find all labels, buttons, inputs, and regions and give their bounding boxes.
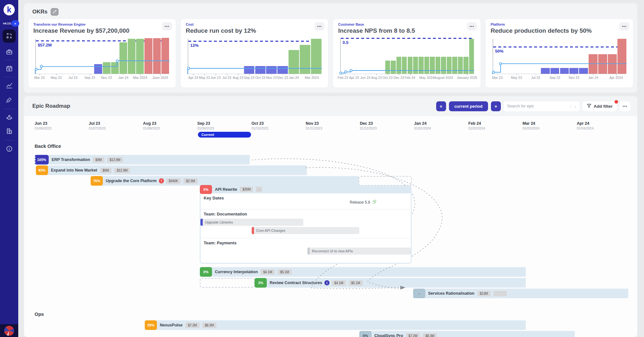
sidebar-item-info[interactable] bbox=[0, 144, 18, 155]
sidebar-item-planning[interactable] bbox=[0, 63, 18, 74]
sidebar-divider bbox=[4, 60, 15, 60]
sidebar-divider bbox=[4, 77, 15, 77]
info-icon bbox=[6, 145, 13, 153]
panel-section-key-dates: Key Dates bbox=[204, 196, 224, 200]
plug-icon bbox=[6, 96, 13, 104]
budget-tag: - bbox=[256, 187, 262, 192]
sidebar-item-organization[interactable] bbox=[0, 126, 18, 137]
story-bar-core-api-changes[interactable]: Core API Changes bbox=[252, 227, 359, 234]
epic-name: API Rewrite bbox=[215, 187, 237, 192]
panel-section-team-documentation: Team: Documentation bbox=[204, 212, 247, 216]
milestone-release[interactable]: Release 5.8 bbox=[350, 199, 377, 205]
sidebar-expand-button[interactable]: » bbox=[11, 20, 19, 27]
panel-divider bbox=[200, 238, 411, 238]
sidebar-item-integrations[interactable] bbox=[0, 95, 18, 105]
panel-divider bbox=[200, 209, 411, 209]
sidebar-item-teams[interactable] bbox=[0, 112, 18, 123]
roadmap-gantt: Jun 2301/06/2023Jul 2301/07/2023Aug 2301… bbox=[0, 0, 644, 337]
rocket-icon bbox=[372, 199, 377, 205]
avatar[interactable] bbox=[4, 326, 14, 336]
bar-cap bbox=[200, 219, 203, 226]
sidebar: k v4.13.3 » bbox=[0, 0, 18, 337]
sidebar-item-reports[interactable] bbox=[0, 80, 18, 91]
sidebar-item-strategy[interactable] bbox=[3, 29, 16, 43]
organization-icon bbox=[6, 128, 13, 136]
sidebar-divider bbox=[4, 109, 15, 109]
story-bar-reconnect-ui[interactable]: Reconnect UI to new APIs bbox=[307, 248, 411, 255]
strategy-icon bbox=[6, 32, 13, 40]
arrowhead-icon bbox=[400, 286, 405, 290]
teams-icon bbox=[6, 114, 13, 122]
budget-tag: $26M bbox=[240, 187, 253, 192]
bar-cap bbox=[252, 227, 254, 234]
story-bar-upgrade-libraries[interactable]: Upgrade Libraries bbox=[200, 219, 303, 226]
bar-cap bbox=[307, 248, 310, 255]
briefcase-icon bbox=[6, 48, 13, 56]
expanded-epic-panel: 5% API Rewrite $26M - Key Dates Release … bbox=[200, 185, 412, 264]
sidebar-footer bbox=[0, 324, 18, 337]
dependency-arrows bbox=[0, 0, 644, 337]
app-logo: k bbox=[4, 4, 15, 15]
sidebar-item-portfolio[interactable] bbox=[0, 47, 18, 58]
sidebar-divider bbox=[4, 140, 15, 140]
progress-badge: 5% bbox=[200, 185, 212, 194]
analytics-icon bbox=[6, 82, 13, 90]
calendar-add-icon bbox=[6, 65, 13, 73]
panel-section-team-payments: Team: Payments bbox=[204, 240, 236, 245]
epic-row-api-rewrite[interactable]: 5% API Rewrite $26M - bbox=[200, 185, 412, 193]
